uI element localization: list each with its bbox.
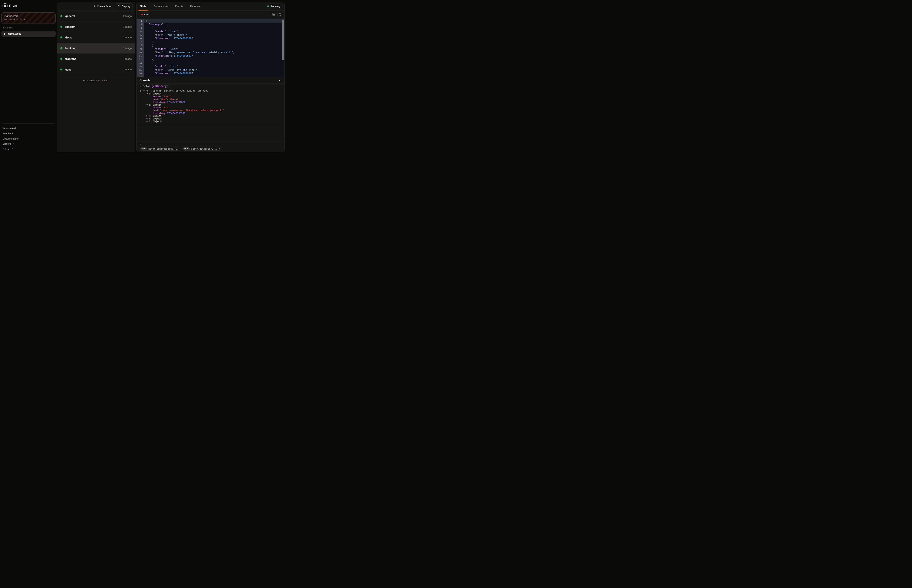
editor-gutter-cell[interactable]: 8 — [137, 44, 144, 47]
tab-events[interactable]: Events — [173, 2, 185, 10]
console-result-summary[interactable]: ▼ (5) [Object, Object, Object, Object, O… — [137, 90, 284, 92]
editor-gutter-cell[interactable]: 5 — [137, 33, 144, 37]
code-line: "text": "Long live the King!", — [144, 68, 284, 72]
console-header[interactable]: Console — [137, 77, 284, 84]
fold-chevron-icon[interactable] — [142, 45, 144, 46]
actor-row-general[interactable]: general2m ago — [57, 11, 135, 21]
tab-connections[interactable]: Connections — [152, 2, 170, 10]
external-link-icon: ↗ — [12, 143, 14, 145]
rpc-signature: actor.sendMessage(...) — [148, 147, 179, 150]
editor-line: 9 "sender": "User", — [137, 47, 284, 51]
editor-gutter-cell[interactable]: 3 — [137, 26, 144, 29]
editor-gutter-cell[interactable]: 13 — [137, 61, 144, 65]
triangle-open-icon[interactable]: ▼ — [144, 90, 145, 92]
sidebar-link-whatsnew[interactable]: Whats new? — [3, 126, 55, 131]
line-number: 8 — [139, 44, 142, 47]
editor-gutter-cell[interactable]: 4 — [137, 30, 144, 33]
triangle-closed-icon[interactable]: ▶ — [147, 115, 149, 117]
rpc-badge: RPC — [183, 147, 190, 150]
triangle-open-icon[interactable]: ▼ — [147, 104, 149, 106]
fold-chevron-icon[interactable] — [142, 24, 144, 25]
save-icon — [272, 13, 275, 16]
code-line: "sender": "User", — [144, 30, 284, 33]
rpc-shortcut-actor-getHistory-[interactable]: RPCactor.getHistory(...) — [182, 147, 222, 151]
sidebar-item-chatroom[interactable]: chatRoom — [2, 31, 56, 37]
chevron-down-icon[interactable] — [279, 79, 281, 82]
editor-gutter-cell[interactable]: 17 — [137, 75, 144, 77]
editor-gutter-cell[interactable]: 16 — [137, 72, 144, 75]
triangle-closed-icon[interactable]: ▶ — [147, 118, 149, 120]
sidebar-link-feedback[interactable]: Feedback — [3, 131, 55, 136]
actor-row-frontend[interactable]: frontend1m ago — [57, 53, 135, 65]
editor-gutter-cell[interactable]: 9 — [137, 47, 144, 51]
status-dot-icon — [60, 26, 62, 28]
code-line: "timestamp": 1764043999867 — [144, 72, 284, 75]
status-dot-icon — [60, 37, 62, 38]
inspector-panel: StateConnectionsEventsDatabase Running L… — [136, 2, 284, 152]
line-number: 13 — [139, 61, 142, 64]
prompt-chevron-icon — [139, 143, 141, 145]
editor-gutter-cell[interactable]: 11 — [137, 54, 144, 58]
tab-database[interactable]: Database — [189, 2, 203, 10]
state-toolbar: Live — [137, 11, 284, 18]
actors-empty-text: No more Actors to load. — [57, 75, 135, 86]
code-line: "sender": "User", — [144, 47, 284, 51]
status-dot-icon — [60, 58, 62, 60]
line-number: 17 — [139, 76, 142, 77]
save-state-button[interactable] — [271, 12, 276, 17]
console-tree-row: sender: "User" — [137, 106, 284, 109]
console-tree-row[interactable]: ▼0: Object — [137, 92, 284, 95]
triangle-closed-icon[interactable]: ▶ — [147, 121, 149, 123]
connection-status-card: Connected http://localhost:6420 — [2, 12, 56, 24]
sidebar-link-label: Whats new? — [3, 127, 16, 130]
editor-gutter-cell[interactable]: 14 — [137, 65, 144, 68]
editor-line: 2 "messages": [ — [137, 23, 284, 26]
live-dot-icon — [141, 14, 143, 15]
code-line: }, — [144, 58, 284, 61]
editor-gutter-cell[interactable]: 1 — [137, 19, 144, 23]
fold-chevron-icon[interactable] — [142, 28, 144, 29]
reset-state-button[interactable] — [278, 12, 283, 17]
console-input[interactable] — [137, 142, 284, 146]
sidebar-link-label: GitHub — [3, 148, 10, 150]
create-actor-button[interactable]: + Create Actor — [91, 4, 114, 9]
fold-chevron-icon[interactable] — [142, 21, 144, 22]
actor-row-backend[interactable]: backend1m ago — [57, 43, 135, 53]
tab-state[interactable]: State — [139, 2, 148, 10]
editor-gutter-cell[interactable]: 12 — [137, 58, 144, 61]
line-number: 4 — [139, 30, 142, 33]
prompt-chevron-icon — [139, 85, 141, 87]
line-number: 7 — [139, 40, 142, 43]
rpc-shortcut-actor-sendMessage-[interactable]: RPCactor.sendMessage(...) — [140, 147, 181, 151]
editor-gutter-cell[interactable]: 6 — [137, 37, 144, 40]
console-tree-row[interactable]: ▶2: Object — [137, 115, 284, 117]
sidebar-link-github[interactable]: GitHub↗ — [3, 147, 55, 152]
actor-row-random[interactable]: random1m ago — [57, 21, 135, 32]
actor-updated-time: 1m ago — [123, 36, 132, 39]
actor-row-cats[interactable]: cats1m ago — [57, 64, 135, 75]
sidebar-link-discord[interactable]: Discord↗ — [3, 141, 55, 147]
editor-gutter-cell[interactable]: 15 — [137, 68, 144, 72]
triangle-open-icon[interactable]: ▼ — [147, 93, 149, 95]
editor-gutter-cell[interactable]: 2 — [137, 23, 144, 26]
console-tree-row[interactable]: ▶3: Object — [137, 117, 284, 120]
code-line: { — [144, 19, 284, 23]
code-line: "timestamp": 1764043995517 — [144, 54, 284, 58]
console-tree-row: text: " Nay, answer me. Stand and unfold… — [137, 109, 284, 111]
line-number: 15 — [139, 69, 142, 71]
console-tree-row[interactable]: ▼1: Object — [137, 103, 284, 106]
undo-rotate-ccw-icon — [279, 13, 282, 16]
editor-scrollbar[interactable] — [282, 19, 284, 60]
line-number: 5 — [139, 34, 142, 36]
editor-line: 15 "text": "Long live the King!", — [137, 68, 284, 72]
editor-line: 3 { — [137, 26, 284, 29]
editor-gutter-cell[interactable]: 10 — [137, 51, 144, 54]
editor-gutter-cell[interactable]: 7 — [137, 40, 144, 44]
state-json-editor[interactable]: 1{2 "messages": [3 {4 "sender": "User",5… — [137, 18, 284, 77]
console-tree-row[interactable]: ▶4: Object — [137, 120, 284, 123]
display-button[interactable]: Display — [115, 3, 132, 9]
fold-chevron-icon[interactable] — [142, 63, 144, 64]
live-badge[interactable]: Live — [140, 12, 152, 17]
actor-row-dogs[interactable]: dogs1m ago — [57, 32, 135, 43]
sidebar-link-documentation[interactable]: Documentation — [3, 136, 55, 141]
